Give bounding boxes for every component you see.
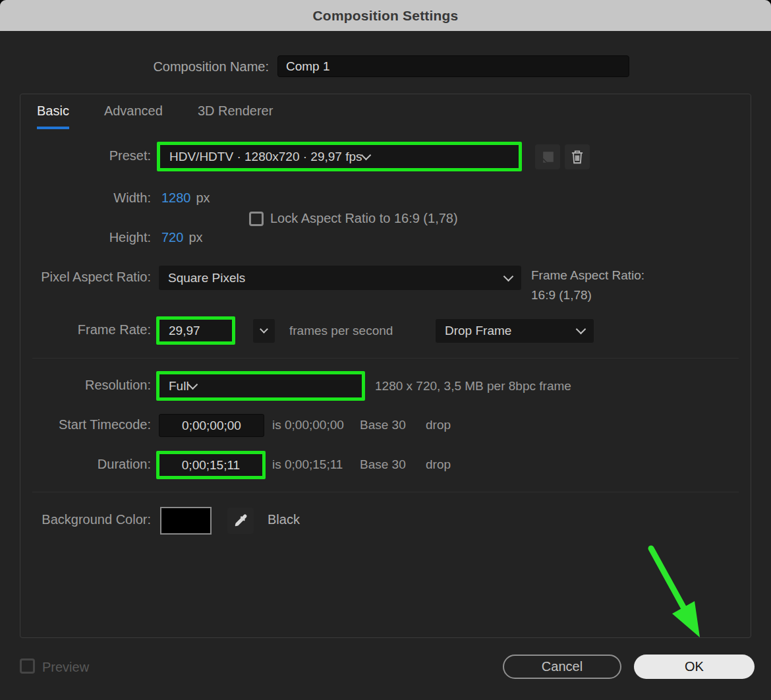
- drop-frame-value: Drop Frame: [445, 324, 577, 338]
- pixel-aspect-value: Square Pixels: [168, 271, 505, 285]
- tab-3d-renderer[interactable]: 3D Renderer: [198, 103, 273, 129]
- background-color-value: Black: [268, 512, 300, 527]
- resolution-value: Full: [169, 379, 189, 394]
- start-timecode-base: Base 30: [360, 418, 406, 432]
- start-timecode-drop: drop: [426, 418, 451, 432]
- duration-highlight: [156, 451, 266, 479]
- frame-aspect-label: Frame Aspect Ratio:: [531, 268, 644, 283]
- chevron-down-icon: [360, 150, 371, 160]
- section-divider: [32, 358, 739, 359]
- duration-label: Duration:: [20, 457, 151, 472]
- preset-highlight: HDV/HDTV · 1280x720 · 29,97 fps: [157, 142, 522, 171]
- start-timecode-input[interactable]: [159, 414, 264, 437]
- preset-value: HDV/HDTV · 1280x720 · 29,97 fps: [169, 150, 362, 164]
- frame-rate-input[interactable]: [159, 320, 232, 341]
- height-value-row: 720px: [161, 230, 203, 245]
- composition-name-label: Composition Name:: [0, 59, 269, 74]
- width-value[interactable]: 1280: [161, 190, 191, 205]
- resolution-label: Resolution:: [20, 378, 151, 393]
- tab-advanced[interactable]: Advanced: [104, 103, 163, 129]
- height-label: Height:: [20, 230, 151, 245]
- resolution-dropdown[interactable]: Full: [159, 374, 362, 397]
- drop-frame-dropdown[interactable]: Drop Frame: [436, 319, 594, 343]
- eyedropper-icon: [233, 513, 248, 529]
- chevron-down-icon: [503, 271, 514, 281]
- duration-base: Base 30: [360, 457, 406, 472]
- frame-rate-highlight: [156, 316, 235, 345]
- chevron-down-icon: [187, 379, 198, 390]
- frame-aspect-value: 16:9 (1,78): [531, 288, 592, 303]
- section-divider: [32, 492, 739, 492]
- pixel-aspect-dropdown[interactable]: Square Pixels: [159, 266, 521, 290]
- lock-aspect-checkbox[interactable]: [249, 212, 264, 226]
- preset-label: Preset:: [20, 148, 151, 163]
- duration-input[interactable]: [159, 454, 262, 476]
- preset-dropdown[interactable]: HDV/HDTV · 1280x720 · 29,97 fps: [160, 145, 519, 168]
- width-value-row: 1280px: [161, 190, 210, 206]
- frame-rate-preset-button[interactable]: [253, 319, 275, 343]
- chevron-down-icon: [260, 325, 268, 334]
- dialog-title: Composition Settings: [313, 8, 459, 24]
- chevron-down-icon: [576, 324, 586, 335]
- eyedropper-button[interactable]: [227, 508, 254, 534]
- start-timecode-is: is 0;00;00;00: [272, 418, 344, 432]
- width-unit: px: [196, 190, 210, 205]
- settings-panel: Basic Advanced 3D Renderer Preset: HDV/H…: [20, 94, 751, 638]
- start-timecode-label: Start Timecode:: [20, 417, 151, 432]
- resolution-highlight: Full: [156, 371, 365, 401]
- save-preset-icon: [540, 149, 556, 165]
- duration-drop: drop: [426, 457, 451, 472]
- background-color-swatch[interactable]: [160, 507, 212, 535]
- height-value[interactable]: 720: [161, 230, 183, 245]
- resolution-info: 1280 x 720, 3,5 MB per 8bpc frame: [375, 379, 571, 394]
- frame-rate-label: Frame Rate:: [20, 322, 151, 337]
- lock-aspect-row: Lock Aspect Ratio to 16:9 (1,78): [249, 211, 458, 226]
- delete-preset-button[interactable]: [565, 144, 590, 169]
- save-preset-button[interactable]: [535, 144, 560, 169]
- width-label: Width:: [20, 190, 151, 206]
- composition-name-input[interactable]: [277, 55, 629, 77]
- pixel-aspect-label: Pixel Aspect Ratio:: [20, 270, 151, 285]
- tab-basic[interactable]: Basic: [37, 103, 69, 129]
- lock-aspect-label: Lock Aspect Ratio to 16:9 (1,78): [270, 211, 458, 226]
- cancel-button[interactable]: Cancel: [503, 655, 621, 679]
- trash-icon: [569, 148, 586, 165]
- tab-bar: Basic Advanced 3D Renderer: [37, 103, 273, 129]
- preview-label: Preview: [42, 660, 89, 675]
- duration-is: is 0;00;15;11: [272, 457, 343, 472]
- composition-settings-dialog: Composition Settings Composition Name: B…: [0, 0, 771, 700]
- frames-per-second-label: frames per second: [289, 324, 393, 338]
- preview-checkbox[interactable]: [20, 658, 35, 674]
- background-color-label: Background Color:: [20, 512, 151, 527]
- ok-button[interactable]: OK: [634, 655, 755, 679]
- dialog-titlebar: Composition Settings: [0, 0, 771, 31]
- height-unit: px: [188, 230, 202, 245]
